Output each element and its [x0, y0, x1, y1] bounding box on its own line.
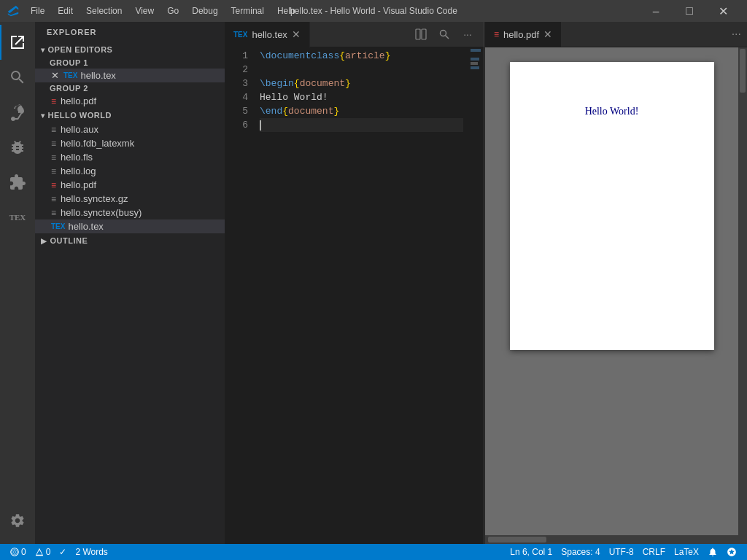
activity-debug[interactable] [0, 130, 35, 165]
more-actions-button[interactable]: ··· [457, 24, 478, 44]
code-tab-bar: TEX hello.tex ✕ ··· [225, 22, 484, 47]
file-hello-log[interactable]: ≡ hello.log [35, 164, 225, 178]
maximize-button[interactable]: □ [673, 0, 706, 22]
file-hello-fdb[interactable]: ≡ hello.fdb_latexmk [35, 136, 225, 150]
file-icon-fls: ≡ [51, 152, 56, 163]
code-line-2 [260, 63, 463, 77]
menu-file[interactable]: File [25, 4, 50, 18]
menu-selection[interactable]: Selection [80, 4, 128, 18]
status-position[interactable]: Ln 6, Col 1 [506, 544, 557, 560]
open-editors-header[interactable]: ▾ OPEN EDITORS [35, 42, 225, 57]
pdf-tab-bar: ≡ hello.pdf ✕ ··· [485, 22, 747, 47]
open-editor-hello-pdf[interactable]: ≡ hello.pdf [35, 94, 225, 108]
open-editor-hello-tex[interactable]: ✕ TEX hello.tex [35, 69, 225, 82]
status-bell[interactable] [703, 544, 722, 560]
file-hello-synctex-busy-name: hello.synctex(busy) [61, 207, 142, 218]
menu-view[interactable]: View [129, 4, 160, 18]
tex-tab-icon: TEX [233, 31, 247, 39]
file-hello-synctex-gz-name: hello.synctex.gz [61, 193, 128, 204]
file-hello-pdf[interactable]: ≡ hello.pdf [35, 178, 225, 192]
word-count: 2 Words [75, 547, 107, 557]
file-hello-synctex-busy[interactable]: ≡ hello.synctex(busy) [35, 206, 225, 219]
pdf-body: Hello World! [485, 47, 747, 535]
menu-go[interactable]: Go [161, 4, 185, 18]
status-warnings[interactable]: 0 [31, 544, 55, 560]
window-controls: ‒ □ ✕ [639, 0, 740, 22]
hello-world-header[interactable]: ▾ HELLO WORLD [35, 108, 225, 122]
file-hello-aux[interactable]: ≡ hello.aux [35, 122, 225, 136]
status-errors[interactable]: ⓪ 0 [6, 544, 31, 560]
activity-tex[interactable]: TEX [0, 200, 35, 235]
menu-bar: File Edit Selection View Go Debug Termin… [25, 4, 301, 18]
file-hello-tex[interactable]: TEX hello.tex [35, 219, 225, 233]
minimize-button[interactable]: ‒ [639, 0, 673, 22]
menu-terminal[interactable]: Terminal [225, 4, 270, 18]
encoding-label: UTF-8 [609, 547, 634, 557]
open-editors-chevron: ▾ [41, 46, 45, 54]
outline-chevron: ▶ [41, 237, 47, 245]
status-feedback[interactable] [722, 544, 741, 560]
svg-line-3 [446, 36, 449, 39]
tex-badge: TEX [63, 71, 77, 79]
file-hello-log-name: hello.log [61, 166, 96, 176]
pdf-page: Hello World! [510, 62, 714, 350]
status-right: Ln 6, Col 1 Spaces: 4 UTF-8 CRLF LaTeX [506, 544, 741, 560]
app-body: TEX EXPLORER ▾ OPEN EDITORS GROUP 1 ✕ TE… [0, 22, 747, 544]
status-bar: ⓪ 0 0 ✓ 2 Words Ln 6, Col 1 Spaces: 4 UT… [0, 544, 747, 560]
search-editor-button[interactable] [434, 24, 454, 44]
line-ending-label: CRLF [643, 547, 665, 557]
pdf-file-icon: ≡ [51, 96, 56, 106]
status-check[interactable]: ✓ [55, 544, 71, 560]
activity-search[interactable] [0, 60, 35, 95]
pdf-tab-hello-pdf[interactable]: ≡ hello.pdf ✕ [485, 22, 561, 47]
vscode-logo-icon [7, 5, 19, 17]
code-line-1: \documentclass{article} [260, 49, 463, 63]
file-icon-log: ≡ [51, 166, 56, 176]
code-tab-hello-tex[interactable]: TEX hello.tex ✕ [225, 22, 310, 47]
status-words[interactable]: 2 Words [71, 544, 112, 560]
activity-source-control[interactable] [0, 95, 35, 130]
code-line-3: \begin{document} [260, 77, 463, 90]
sidebar-content: ▾ OPEN EDITORS GROUP 1 ✕ TEX hello.tex G… [35, 42, 225, 544]
code-line-6 [260, 118, 463, 132]
activity-extensions[interactable] [0, 165, 35, 200]
pdf-hscroll-thumb[interactable] [488, 537, 546, 542]
activity-settings[interactable] [0, 503, 35, 538]
code-content[interactable]: 1 2 3 4 5 6 \documentclass{article} \beg… [225, 47, 484, 544]
code-line-5: \end{document} [260, 104, 463, 118]
status-line-ending[interactable]: CRLF [638, 544, 670, 560]
code-tab-close[interactable]: ✕ [292, 28, 301, 40]
status-encoding[interactable]: UTF-8 [605, 544, 638, 560]
svg-rect-1 [422, 29, 426, 39]
outline-label: OUTLINE [50, 236, 88, 245]
pdf-scrollbar[interactable] [738, 47, 747, 535]
editor-right-buttons: ··· [405, 24, 484, 44]
file-icon-synctex: ≡ [51, 194, 56, 204]
split-editor-button[interactable] [411, 24, 431, 44]
hello-world-label: HELLO WORLD [48, 111, 112, 120]
minimap [469, 47, 484, 544]
line-numbers: 1 2 3 4 5 6 [225, 47, 254, 544]
menu-edit[interactable]: Edit [52, 4, 79, 18]
pdf-tab-close[interactable]: ✕ [543, 28, 552, 40]
file-hello-fdb-name: hello.fdb_latexmk [61, 138, 134, 149]
file-hello-synctex-gz[interactable]: ≡ hello.synctex.gz [35, 192, 225, 206]
pdf-more-actions-button[interactable]: ··· [726, 28, 747, 41]
editor-area: TEX hello.tex ✕ ··· [225, 22, 747, 544]
status-language[interactable]: LaTeX [670, 544, 703, 560]
file-hello-pdf-name: hello.pdf [61, 179, 96, 190]
code-lines[interactable]: \documentclass{article} \begin{document}… [254, 47, 469, 544]
open-editor-hello-tex-name: hello.tex [80, 70, 115, 81]
outline-header[interactable]: ▶ OUTLINE [35, 233, 225, 248]
pdf-content[interactable]: Hello World! [485, 47, 738, 535]
status-spaces[interactable]: Spaces: 4 [557, 544, 604, 560]
activity-bar-bottom [0, 503, 35, 544]
close-x-icon[interactable]: ✕ [51, 70, 59, 81]
file-hello-fls[interactable]: ≡ hello.fls [35, 150, 225, 164]
close-button[interactable]: ✕ [706, 0, 740, 22]
sidebar: EXPLORER ▾ OPEN EDITORS GROUP 1 ✕ TEX he… [35, 22, 225, 544]
menu-debug[interactable]: Debug [186, 4, 223, 18]
activity-explorer[interactable] [0, 25, 35, 60]
pdf-scroll-thumb[interactable] [740, 49, 746, 93]
group2-label: GROUP 2 [35, 82, 225, 94]
